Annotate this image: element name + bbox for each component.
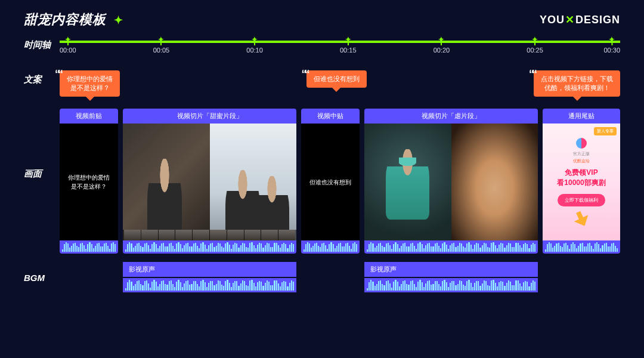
star-icon: ✦ (64, 35, 72, 44)
clip-body: 新人专享 官方正版 优酷直给 免费领VIP 看10000部爽剧 立即下载领福利 (543, 124, 620, 240)
clip-body: 但谁也没有想到 (301, 124, 360, 240)
wave-icon (364, 278, 538, 292)
bgm-track-2: 影视原声 (364, 262, 538, 292)
bgm-spacer (543, 262, 620, 292)
tick-1: ✦00:05 (153, 38, 170, 54)
clip-header: 视频前贴 (60, 109, 118, 124)
endcard-sub: 官方正版 (573, 151, 590, 157)
page-title: 甜宠内容模板 ✦ (24, 11, 123, 29)
timeline-row: 时间轴 ✦00:00 ✦00:05 ✦00:10 ✦00:15 ✦00:20 ✦… (24, 36, 620, 62)
scene-right (210, 124, 297, 240)
bgm-spacer (60, 262, 118, 292)
clip-body: 你理想中的爱情 是不是这样？ (60, 124, 118, 240)
clips-body: 视频前贴 你理想中的爱情 是不是这样？ 视频切片「甜蜜片段」 视频中贴 但谁也没… (60, 109, 620, 254)
bgm-spacer (301, 262, 360, 292)
wave-icon (60, 240, 118, 254)
wave-icon (123, 278, 296, 292)
tick-label: 00:20 (434, 47, 450, 54)
clip-waveform (301, 240, 360, 254)
tick-5: ✦00:25 (527, 38, 543, 54)
bgm-header: 影视原声 (364, 262, 538, 277)
bubble-text: 但谁也没有想到 (314, 75, 360, 82)
endcard-cta: 立即下载领福利 (558, 194, 605, 206)
drama-scene-sweet (123, 124, 296, 240)
clip-drama: 视频切片「虐片段」 (364, 109, 538, 254)
endcard: 新人专享 官方正版 优酷直给 免费领VIP 看10000部爽剧 立即下载领福利 (543, 124, 620, 240)
tick-4: ✦00:20 (434, 38, 450, 54)
star-icon: ✦ (531, 35, 538, 44)
star-icon: ✦ (345, 35, 352, 44)
clip-text: 但谁也没有想到 (306, 178, 355, 187)
content: 时间轴 ✦00:00 ✦00:05 ✦00:10 ✦00:15 ✦00:20 ✦… (0, 36, 644, 292)
tick-6: ✦00:30 (603, 38, 620, 54)
clip-header: 通用尾贴 (543, 109, 620, 124)
logo-x-icon: ✕ (565, 14, 575, 26)
clip-body (123, 124, 296, 240)
tick-label: 00:25 (527, 47, 543, 54)
star-icon: ✦ (438, 35, 445, 44)
clip-waveform (364, 240, 538, 254)
star-icon: ✦ (251, 35, 258, 44)
bgm-waveform (123, 278, 296, 292)
timeline-label: 时间轴 (24, 36, 60, 51)
download-arrow-icon (571, 208, 592, 229)
bgm-body: 影视原声 影视原声 (60, 262, 620, 292)
tick-2: ✦00:10 (246, 38, 263, 54)
scene-right (451, 124, 538, 240)
tick-label: 00:15 (340, 47, 357, 54)
drama-scene-surgery (364, 124, 538, 240)
clip-preroll: 视频前贴 你理想中的爱情 是不是这样？ (60, 109, 118, 254)
visuals-label: 画面 (24, 109, 60, 180)
bgm-row: BGM 影视原声 影视原声 (24, 262, 620, 292)
copy-bubble-1: 你理想中的爱情 是不是这样？ (60, 70, 120, 97)
copy-label: 文案 (24, 70, 60, 85)
bgm-track-1: 影视原声 (123, 262, 296, 292)
clip-header: 视频切片「虐片段」 (364, 109, 538, 124)
copy-bubble-2: 但谁也没有想到 (306, 70, 367, 88)
clip-waveform (123, 240, 296, 254)
logo-pre: YOU (540, 14, 565, 26)
endcard-sub2: 优酷直给 (573, 158, 590, 164)
filmstrip-icon (123, 230, 296, 240)
bgm-header: 影视原声 (123, 262, 296, 277)
tick-label: 00:00 (60, 47, 76, 54)
bubble-text: 点击视频下方链接，下载 优酷，领福利看爽剧！ (541, 75, 613, 91)
bgm-waveform (364, 278, 538, 292)
wave-icon (364, 240, 538, 254)
brand-logo: YOU✕DESIGN (540, 13, 620, 26)
wave-icon (301, 240, 360, 254)
clip-sweet: 视频切片「甜蜜片段」 (123, 109, 296, 254)
clip-endcard: 通用尾贴 新人专享 官方正版 优酷直给 免费领VIP 看10000部爽剧 立即下… (543, 109, 620, 254)
header: 甜宠内容模板 ✦ YOU✕DESIGN (0, 0, 644, 36)
clip-body (364, 124, 538, 240)
clip-text: 你理想中的爱情 是不是这样？ (64, 173, 113, 191)
clip-waveform (543, 240, 620, 254)
logo-post: DESIGN (575, 14, 620, 26)
surgeon-icon (386, 149, 429, 220)
tick-label: 00:10 (246, 47, 263, 54)
bgm-label: BGM (24, 262, 60, 283)
clip-header: 视频中贴 (301, 109, 360, 124)
wave-icon (543, 240, 620, 254)
figure-icon (147, 159, 182, 240)
scene-left (123, 124, 210, 240)
timeline-marks: ✦00:00 ✦00:05 ✦00:10 ✦00:15 ✦00:20 ✦00:2… (60, 47, 620, 62)
tick-label: 00:05 (153, 47, 170, 54)
spark-icon: ✦ (114, 14, 123, 26)
timeline-body: ✦00:00 ✦00:05 ✦00:10 ✦00:15 ✦00:20 ✦00:2… (60, 36, 620, 62)
bubble-text: 你理想中的爱情 是不是这样？ (67, 75, 113, 91)
star-icon: ✦ (157, 35, 165, 44)
scene-left (364, 124, 451, 240)
youku-logo-icon (576, 138, 587, 149)
clip-waveform (60, 240, 118, 254)
title-text: 甜宠内容模板 (24, 12, 106, 27)
endcard-line1: 免费领VIP (565, 168, 597, 178)
endcard-badge: 新人专享 (594, 127, 617, 135)
clip-header: 视频切片「甜蜜片段」 (123, 109, 296, 124)
endcard-line2: 看10000部爽剧 (557, 178, 605, 188)
copy-body: 你理想中的爱情 是不是这样？ 但谁也没有想到 点击视频下方链接，下载 优酷，领福… (60, 70, 620, 100)
star-icon: ✦ (608, 35, 615, 44)
copy-bubble-3: 点击视频下方链接，下载 优酷，领福利看爽剧！ (534, 70, 620, 97)
tick-0: ✦00:00 (60, 38, 76, 54)
clip-midroll: 视频中贴 但谁也没有想到 (301, 109, 360, 254)
